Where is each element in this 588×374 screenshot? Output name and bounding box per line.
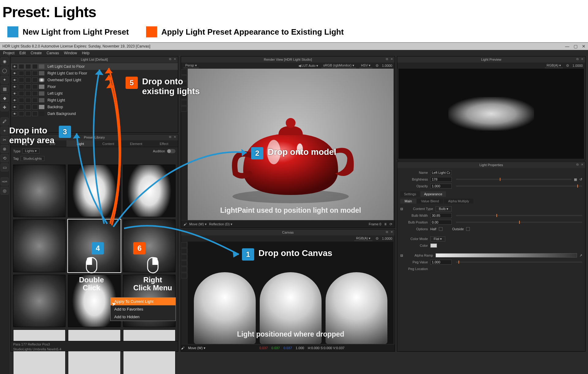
rgba-dropdown[interactable]: RGB(A) ▾ <box>545 63 563 68</box>
reset-icon[interactable]: ↺ <box>579 177 582 181</box>
pin-icon[interactable]: ⧉ <box>386 57 388 61</box>
brightness-slider[interactable] <box>456 179 571 180</box>
preset-thumb[interactable] <box>123 330 175 374</box>
tool-icon[interactable]: ◯ <box>1 67 9 74</box>
cv-tool-icon[interactable] <box>181 267 187 272</box>
bulb-position-slider[interactable] <box>456 222 582 223</box>
menu-window[interactable]: Window <box>64 51 77 55</box>
preset-thumb[interactable] <box>68 330 120 374</box>
exposure-value[interactable]: 1.0000 <box>572 64 583 67</box>
tab-appearance[interactable]: Appearance <box>420 191 446 197</box>
exposure-value[interactable]: 1.0000 <box>382 64 392 67</box>
light-row[interactable]: 👁Left Light Cast to Floor <box>11 63 178 70</box>
move-dropdown[interactable]: Move (W) ▾ <box>188 346 205 350</box>
srgb-dropdown[interactable]: sRGB (rgbMonitor) ▾ <box>321 63 356 68</box>
tab-content[interactable]: Content <box>94 140 122 147</box>
bulb-width-slider[interactable] <box>456 215 582 216</box>
tool-icon[interactable]: ◎ <box>1 187 9 195</box>
cv-tool-icon[interactable] <box>181 248 187 254</box>
close-icon[interactable]: ✕ <box>174 135 176 139</box>
bulb-position-field[interactable] <box>430 220 452 225</box>
color-swatch[interactable] <box>430 243 437 248</box>
subtab-alpha-multiply[interactable]: Alpha Multiply <box>444 199 473 204</box>
preset-thumb[interactable] <box>68 165 120 217</box>
cv-tool-icon[interactable] <box>181 242 187 248</box>
cv-tool-icon[interactable] <box>181 273 187 278</box>
preset-thumb[interactable] <box>13 275 66 327</box>
subtab-main[interactable]: Main <box>400 199 416 204</box>
audition-toggle[interactable] <box>167 149 175 153</box>
tab-element[interactable]: Element <box>122 140 150 147</box>
tab-effect[interactable]: Effect <box>150 140 178 147</box>
alpha-ramp[interactable] <box>435 253 577 258</box>
menu-edit[interactable]: Edit <box>19 51 26 55</box>
rv-tool-icon[interactable] <box>181 69 187 75</box>
preset-thumb[interactable] <box>13 330 66 374</box>
opacity-field[interactable] <box>430 184 452 189</box>
light-row[interactable]: 👁Right Light <box>11 97 178 104</box>
content-type-dropdown[interactable]: Bulb ▾ <box>435 206 452 212</box>
tool-icon[interactable]: ▦ <box>1 85 9 93</box>
gear-icon[interactable]: ⚙ <box>375 236 379 241</box>
pin-icon[interactable]: ⧉ <box>169 135 171 139</box>
half-checkbox[interactable] <box>439 227 443 231</box>
tool-icon[interactable]: ⌖ <box>1 127 9 135</box>
rv-tool-icon[interactable] <box>181 100 187 105</box>
light-row[interactable]: 👁Backdrop <box>11 104 178 110</box>
maximize-button[interactable]: ▢ <box>574 44 578 49</box>
ctx-add-to-favorites[interactable]: Add to Favorites <box>111 305 175 313</box>
tag-dropdown[interactable]: StudioLights <box>21 156 45 161</box>
name-field[interactable] <box>430 170 452 175</box>
tool-icon[interactable]: ⟲ <box>1 154 9 162</box>
preset-thumb[interactable] <box>13 165 66 217</box>
menu-project[interactable]: Project <box>3 51 14 55</box>
tool-icon[interactable]: ▭ <box>1 163 9 171</box>
close-icon[interactable]: ✕ <box>581 163 583 166</box>
brightness-field[interactable] <box>430 177 452 182</box>
gear-icon[interactable]: ⚙ <box>566 63 569 68</box>
pause-icon[interactable]: ⏸ <box>384 222 387 226</box>
rv-tool-icon[interactable] <box>181 106 187 112</box>
pin-icon[interactable]: ⧉ <box>576 57 579 61</box>
cv-tool-icon[interactable] <box>181 261 187 266</box>
expand-icon[interactable]: ⊟ <box>400 207 403 211</box>
ramp-editor-icon[interactable]: ↗ <box>579 254 582 258</box>
menu-canvas[interactable]: Canvas <box>47 51 59 55</box>
tool-icon[interactable]: ◉ <box>1 57 9 65</box>
bulb-width-field[interactable] <box>430 213 452 218</box>
light-row[interactable]: 👁Dark Background <box>11 110 178 117</box>
menu-help[interactable]: Help <box>82 51 89 55</box>
tool-icon[interactable]: ⊗ <box>1 145 9 153</box>
type-dropdown[interactable]: Lights ▾ <box>22 148 40 154</box>
pin-icon[interactable]: ⧉ <box>576 163 579 166</box>
add-keyframe-icon[interactable]: ▦ <box>574 177 577 181</box>
gear-icon[interactable]: ⚙ <box>375 63 379 68</box>
tool-icon[interactable]: 🖉 <box>1 117 9 125</box>
minimize-button[interactable]: — <box>565 44 569 49</box>
expand-icon[interactable]: ⊟ <box>400 254 403 258</box>
outside-checkbox[interactable] <box>466 227 470 231</box>
lut-label[interactable]: LUT Auto <box>302 64 316 67</box>
close-icon[interactable]: ✕ <box>581 57 583 61</box>
close-icon[interactable]: ✕ <box>174 57 176 61</box>
light-row[interactable]: 👁Right Light Cast to Floor <box>11 70 178 77</box>
exposure-value[interactable]: 1.0000 <box>382 237 392 240</box>
ctx-add-to-hidden[interactable]: Add to Hidden <box>111 313 175 321</box>
color-mode-dropdown[interactable]: Flat ▾ <box>430 236 445 242</box>
render-viewport[interactable]: LightPaint used to position light on mod… <box>188 69 394 220</box>
rgba-dropdown[interactable]: RGB(A) ▾ <box>354 236 373 241</box>
peg-value-slider[interactable] <box>456 261 582 263</box>
tool-icon[interactable]: ✚ <box>1 103 9 111</box>
persp-dropdown[interactable]: Persp ▾ <box>183 63 199 68</box>
tool-icon[interactable]: ✂ <box>1 136 9 144</box>
light-preview-viewport[interactable] <box>398 69 584 159</box>
tool-icon[interactable]: ◆ <box>1 94 9 102</box>
menu-create[interactable]: Create <box>31 51 42 55</box>
preset-thumb[interactable] <box>13 219 66 272</box>
ctx-apply-to-current[interactable]: Apply To Current Light <box>111 298 175 305</box>
hsv-dropdown[interactable]: HSV ▾ <box>359 63 373 68</box>
move-dropdown[interactable]: Move (W) ▾ <box>189 222 207 226</box>
cv-tool-icon[interactable] <box>181 254 187 260</box>
tool-icon[interactable]: ✦ <box>1 76 9 84</box>
pin-icon[interactable]: ⧉ <box>386 230 388 234</box>
